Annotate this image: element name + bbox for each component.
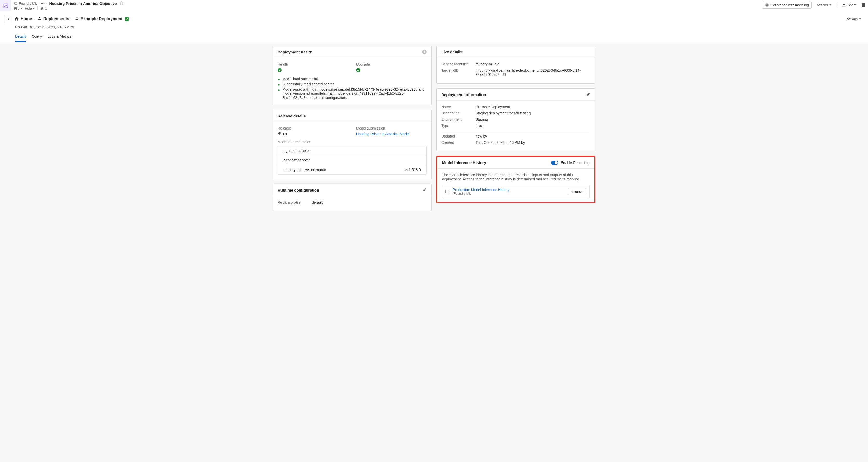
- copy-icon[interactable]: [502, 73, 506, 77]
- breadcrumb-home[interactable]: Home: [14, 16, 32, 22]
- label-deps: Model dependencies: [278, 140, 427, 144]
- dependency-table: agnhost-adapter agnhost-adapter foundry_…: [278, 146, 427, 175]
- service-value: foundry-ml-live: [475, 62, 590, 66]
- label-submission: Model submission: [356, 126, 427, 130]
- upgrade-ok-icon: [356, 68, 360, 72]
- tag-icon: [278, 132, 281, 136]
- health-messages: Model load successful. Successfully read…: [278, 77, 427, 100]
- app-logo-icon[interactable]: [0, 0, 11, 11]
- breadcrumb-deployments[interactable]: Deployments: [37, 16, 69, 22]
- chevron-right-icon: ›: [34, 17, 35, 21]
- page-actions-menu[interactable]: Actions: [844, 16, 864, 22]
- tabs: Details Query Logs & Metrics: [15, 33, 864, 42]
- dependency-row: foundry_ml_live_inference>=1.518.0: [278, 165, 427, 174]
- app-bar: Foundry ML › ••• › Housing Prices in Ame…: [0, 0, 868, 12]
- health-message: Model load successful.: [278, 77, 427, 81]
- share-button[interactable]: Share: [839, 2, 859, 8]
- card-title: Deployment health: [278, 50, 312, 54]
- card-health: Deployment health i Health Upgrade Model…: [273, 46, 432, 105]
- collaborators[interactable]: 1: [40, 6, 47, 10]
- label-release: Release: [278, 126, 348, 130]
- tab-details[interactable]: Details: [15, 33, 26, 42]
- history-description: The model inference history is a dataset…: [442, 173, 590, 181]
- info-icon[interactable]: i: [422, 50, 427, 54]
- dependency-row: agnhost-adapter: [278, 155, 427, 165]
- release-version: 1.1: [282, 132, 287, 136]
- svg-point-6: [843, 4, 844, 5]
- svg-marker-3: [120, 1, 123, 5]
- card-info: Deployment information NameExample Deplo…: [436, 88, 595, 151]
- chevron-right-icon: ›: [46, 2, 47, 5]
- tab-query[interactable]: Query: [32, 33, 42, 42]
- back-button[interactable]: [4, 15, 12, 23]
- caret-down-icon: [829, 4, 831, 6]
- card-release: Release details Release 1.1 Model submis…: [273, 110, 432, 179]
- page-header: Home › Deployments › Example Deployment …: [0, 12, 868, 42]
- breadcrumb-current: Example Deployment: [75, 16, 123, 22]
- divider: [441, 131, 590, 131]
- file-menu[interactable]: File: [14, 6, 22, 10]
- history-dataset-link[interactable]: Production Model Inference History: [453, 187, 565, 192]
- card-runtime: Runtime configuration Replica profile de…: [273, 184, 432, 211]
- card-title: Release details: [278, 114, 306, 118]
- main-content: Deployment health i Health Upgrade Model…: [268, 42, 600, 215]
- label-upgrade: Upgrade: [356, 62, 427, 66]
- card-title: Model Inference History: [442, 161, 486, 165]
- right-column: Live details Service identifier foundry-…: [436, 46, 595, 203]
- panel-toggle-icon[interactable]: [862, 3, 865, 7]
- card-inference-history: Model Inference History Enable Recording…: [436, 156, 595, 203]
- help-menu[interactable]: Help: [25, 6, 35, 10]
- crumb-ellipsis[interactable]: •••: [41, 2, 44, 5]
- rid-value: ri.foundry-ml-live.main.live-deployment.…: [475, 68, 590, 77]
- edit-icon[interactable]: [423, 187, 427, 192]
- left-column: Deployment health i Health Upgrade Model…: [273, 46, 432, 211]
- remove-button[interactable]: Remove: [568, 188, 586, 195]
- status-ok-icon: [125, 17, 129, 21]
- actions-menu[interactable]: Actions: [814, 2, 834, 8]
- created-meta: Created Thu, Oct 26, 2023, 5:16 PM by: [15, 25, 864, 29]
- card-title: Deployment information: [441, 92, 486, 97]
- enable-recording-toggle[interactable]: [551, 161, 558, 165]
- tab-logs[interactable]: Logs & Metrics: [48, 33, 71, 42]
- page-title: Housing Prices in America Objective: [49, 1, 117, 6]
- divider: [37, 6, 38, 10]
- svg-rect-8: [503, 73, 505, 76]
- chevron-right-icon: ›: [38, 2, 39, 5]
- label-replica: Replica profile: [278, 200, 309, 204]
- star-icon[interactable]: [120, 1, 123, 6]
- dataset-icon: [445, 190, 450, 193]
- health-message: Successfully read shared secret: [278, 82, 427, 86]
- dependency-row: agnhost-adapter: [278, 146, 427, 155]
- card-title: Runtime configuration: [278, 188, 319, 192]
- label-rid: Target RID: [441, 68, 472, 73]
- submission-link[interactable]: Housing Prices In America Model: [356, 132, 410, 136]
- health-message: Model asset with rid ri.models.main.mode…: [278, 87, 427, 100]
- label-service: Service identifier: [441, 62, 472, 66]
- health-ok-icon: [278, 68, 282, 72]
- card-title: Live details: [441, 50, 463, 54]
- caret-down-icon: [20, 8, 22, 9]
- history-dataset-path: /Foundry ML: [453, 192, 565, 196]
- linked-dataset: Production Model Inference History /Foun…: [442, 185, 590, 198]
- caret-down-icon: [33, 8, 35, 9]
- caret-down-icon: [859, 19, 861, 20]
- chevron-right-icon: ›: [71, 17, 72, 21]
- svg-point-7: [844, 4, 845, 5]
- get-started-button[interactable]: ? Get started with modeling: [762, 2, 811, 8]
- replica-value: default: [312, 200, 427, 204]
- svg-text:?: ?: [766, 4, 768, 6]
- divider: [837, 3, 837, 7]
- edit-icon[interactable]: [587, 92, 590, 97]
- crumb-root[interactable]: Foundry ML: [14, 2, 37, 5]
- card-live: Live details Service identifier foundry-…: [436, 46, 595, 84]
- toggle-label: Enable Recording: [561, 161, 590, 165]
- label-health: Health: [278, 62, 348, 66]
- svg-rect-1: [14, 2, 18, 4]
